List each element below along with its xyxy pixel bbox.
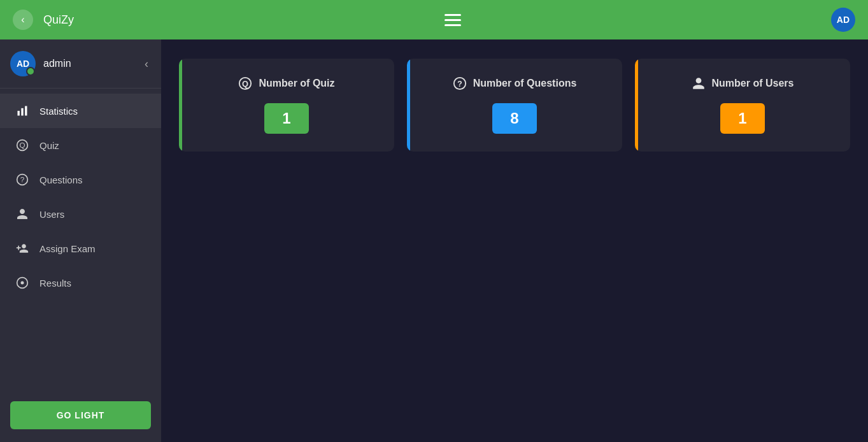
top-navigation: ‹ QuiZy AD: [0, 0, 868, 39]
sidebar-item-results[interactable]: Results: [0, 266, 161, 300]
topnav-left: ‹ QuiZy: [13, 10, 74, 30]
sidebar-collapse-button[interactable]: ‹: [142, 55, 151, 73]
stat-title-users: Number of Users: [692, 76, 794, 90]
main-body: AD admin ‹ Statistics Q: [0, 39, 868, 442]
stat-title-questions: ? Number of Questions: [453, 76, 577, 90]
svg-point-8: [21, 282, 24, 285]
svg-text:?: ?: [20, 175, 25, 183]
svg-text:Q: Q: [242, 79, 248, 89]
svg-rect-2: [25, 106, 27, 116]
users-stat-icon: [692, 76, 706, 90]
svg-rect-0: [18, 111, 20, 116]
sidebar-label-quiz: Quiz: [39, 140, 59, 151]
results-icon: [15, 276, 29, 290]
sidebar-label-questions: Questions: [39, 175, 83, 185]
sidebar-item-assign-exam[interactable]: Assign Exam: [0, 231, 161, 266]
sidebar-header: AD admin ‹: [0, 39, 161, 89]
questions-count-badge: 8: [492, 103, 536, 134]
sidebar-label-users: Users: [39, 209, 64, 220]
assign-icon: [15, 241, 29, 255]
sidebar-label-results: Results: [39, 278, 71, 289]
users-icon: [15, 207, 29, 221]
stat-card-users: Number of Users 1: [635, 59, 850, 152]
questions-icon: ?: [15, 173, 29, 187]
stat-card-questions: ? Number of Questions 8: [407, 59, 622, 152]
svg-text:?: ?: [457, 79, 462, 89]
app-title: QuiZy: [43, 13, 74, 27]
sidebar-label-assign-exam: Assign Exam: [39, 243, 96, 254]
stats-row: Q Number of Quiz 1 ? Number of: [179, 59, 850, 152]
quiz-icon: Q: [15, 138, 29, 152]
sidebar-item-statistics[interactable]: Statistics: [0, 94, 161, 128]
main-content: Q Number of Quiz 1 ? Number of: [161, 39, 868, 442]
users-count-badge: 1: [720, 103, 764, 134]
sidebar-username: admin: [43, 58, 71, 69]
stat-title-quiz: Q Number of Quiz: [238, 76, 334, 90]
sidebar-item-quiz[interactable]: Q Quiz: [0, 128, 161, 162]
back-button[interactable]: ‹: [13, 10, 33, 30]
sidebar-item-users[interactable]: Users: [0, 197, 161, 231]
hamburger-menu-button[interactable]: [442, 11, 464, 29]
sidebar-avatar: AD: [10, 51, 36, 76]
sidebar-item-questions[interactable]: ? Questions: [0, 162, 161, 197]
sidebar-nav: Statistics Q Quiz ? Ques: [0, 89, 161, 394]
quiz-stat-icon: Q: [238, 76, 252, 90]
questions-stat-icon: ?: [453, 76, 467, 90]
go-light-button[interactable]: GO LIGHT: [10, 401, 151, 429]
quiz-count-badge: 1: [264, 103, 308, 134]
stat-card-quiz: Q Number of Quiz 1: [179, 59, 394, 152]
sidebar: AD admin ‹ Statistics Q: [0, 39, 161, 442]
avatar: AD: [831, 8, 855, 32]
svg-rect-1: [21, 108, 23, 116]
bar-chart-icon: [15, 104, 29, 118]
sidebar-label-statistics: Statistics: [39, 106, 78, 117]
sidebar-user: AD admin: [10, 51, 71, 76]
svg-text:Q: Q: [19, 141, 25, 149]
